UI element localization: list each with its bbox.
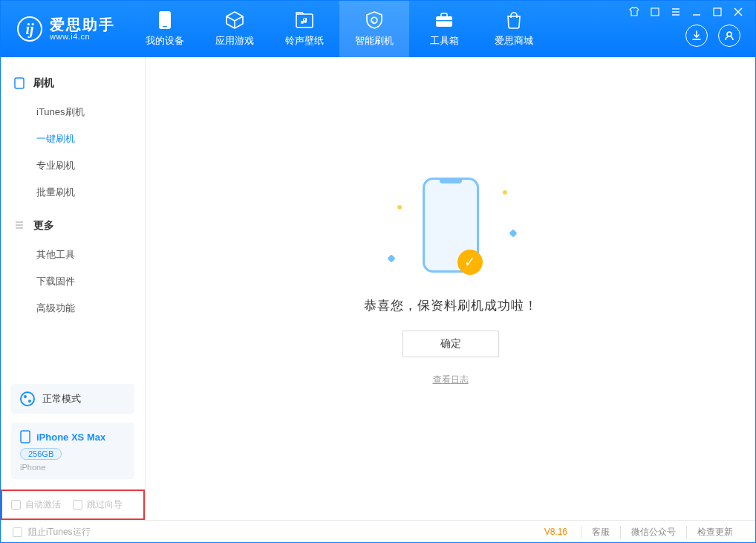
footer-link-update[interactable]: 检查更新 bbox=[686, 526, 743, 539]
download-button[interactable] bbox=[685, 25, 708, 47]
svg-rect-9 bbox=[15, 78, 24, 88]
tab-label: 爱思商城 bbox=[495, 34, 533, 48]
close-icon[interactable] bbox=[733, 7, 743, 17]
svg-rect-5 bbox=[436, 20, 452, 22]
flash-options-highlight: 自动激活 跳过向导 bbox=[1, 490, 145, 520]
tab-store[interactable]: 爱思商城 bbox=[479, 1, 549, 57]
app-name: 爱思助手 bbox=[50, 17, 115, 32]
tab-apps[interactable]: 应用游戏 bbox=[200, 1, 270, 57]
tab-label: 我的设备 bbox=[146, 34, 184, 48]
tab-label: 智能刷机 bbox=[355, 34, 394, 48]
sidebar-item-pro-flash[interactable]: 专业刷机 bbox=[1, 152, 145, 179]
connected-device[interactable]: iPhone XS Max 256GB iPhone bbox=[11, 423, 134, 479]
option-auto-activate[interactable]: 自动激活 bbox=[11, 498, 61, 511]
cube-icon bbox=[225, 10, 244, 30]
view-log-link[interactable]: 查看日志 bbox=[433, 374, 469, 386]
minimize-icon[interactable] bbox=[691, 7, 702, 17]
list-icon bbox=[14, 220, 26, 232]
status-bar: 阻止iTunes运行 V8.16 客服 微信公众号 检查更新 bbox=[1, 520, 755, 543]
app-header: ij 爱思助手 www.i4.cn 我的设备 应用游戏 铃声壁纸 智能刷机 工具… bbox=[1, 1, 755, 57]
svg-rect-6 bbox=[651, 8, 659, 16]
device-capacity: 256GB bbox=[20, 448, 62, 460]
option-label: 自动激活 bbox=[25, 498, 61, 511]
sidebar-item-itunes-flash[interactable]: iTunes刷机 bbox=[1, 99, 145, 126]
tab-toolbox[interactable]: 工具箱 bbox=[409, 1, 479, 57]
account-button[interactable] bbox=[718, 25, 740, 47]
refresh-shield-icon bbox=[365, 10, 384, 30]
menu-icon[interactable] bbox=[671, 7, 681, 17]
svg-rect-4 bbox=[441, 13, 447, 17]
app-url: www.i4.cn bbox=[50, 32, 115, 41]
sidebar: 刷机 iTunes刷机 一键刷机 专业刷机 批量刷机 更多 其他工具 下载固件 … bbox=[1, 57, 146, 520]
svg-rect-1 bbox=[163, 26, 167, 27]
footer-link-wechat[interactable]: 微信公众号 bbox=[620, 526, 686, 539]
option-skip-guide[interactable]: 跳过向导 bbox=[73, 498, 123, 511]
maximize-icon[interactable] bbox=[712, 7, 723, 17]
sidebar-item-download-firmware[interactable]: 下载固件 bbox=[1, 268, 145, 295]
svg-point-8 bbox=[727, 32, 731, 36]
success-illustration: ✓ bbox=[384, 169, 518, 281]
group-title: 更多 bbox=[33, 219, 54, 233]
toolbox-icon bbox=[434, 10, 454, 30]
music-folder-icon bbox=[295, 10, 314, 30]
option-label: 跳过向导 bbox=[87, 498, 123, 511]
mode-label: 正常模式 bbox=[42, 392, 81, 406]
tab-label: 工具箱 bbox=[430, 34, 459, 48]
device-name: iPhone XS Max bbox=[36, 432, 105, 443]
phone-icon bbox=[155, 10, 175, 30]
sidebar-group-more: 更多 bbox=[1, 213, 145, 238]
sidebar-item-batch-flash[interactable]: 批量刷机 bbox=[1, 179, 145, 206]
logo-icon: ij bbox=[17, 16, 42, 42]
mode-indicator[interactable]: 正常模式 bbox=[11, 384, 134, 414]
bag-icon bbox=[504, 10, 524, 30]
checkbox-icon bbox=[73, 500, 82, 510]
footer-link-support[interactable]: 客服 bbox=[581, 526, 620, 539]
block-itunes-label[interactable]: 阻止iTunes运行 bbox=[28, 526, 91, 539]
tab-flash[interactable]: 智能刷机 bbox=[339, 1, 409, 57]
version-label: V8.16 bbox=[544, 527, 567, 537]
svg-rect-7 bbox=[714, 8, 721, 16]
mode-icon bbox=[20, 391, 35, 406]
ok-button[interactable]: 确定 bbox=[403, 331, 499, 357]
window-controls bbox=[629, 1, 745, 17]
main-tabs: 我的设备 应用游戏 铃声壁纸 智能刷机 工具箱 爱思商城 bbox=[130, 1, 549, 57]
device-icon bbox=[14, 77, 26, 89]
device-type: iPhone bbox=[20, 463, 126, 472]
sidebar-item-other-tools[interactable]: 其他工具 bbox=[1, 241, 145, 268]
group-title: 刷机 bbox=[33, 77, 54, 90]
result-panel: ✓ 恭喜您，保资料刷机成功啦！ 确定 查看日志 bbox=[146, 57, 755, 520]
tshirt-icon[interactable] bbox=[629, 7, 639, 17]
tab-my-device[interactable]: 我的设备 bbox=[130, 1, 200, 57]
svg-rect-3 bbox=[436, 16, 452, 27]
phone-illustration-icon: ✓ bbox=[423, 178, 479, 273]
phone-small-icon bbox=[20, 430, 30, 443]
sidebar-item-advanced[interactable]: 高级功能 bbox=[1, 295, 145, 322]
app-logo: ij 爱思助手 www.i4.cn bbox=[1, 1, 130, 57]
success-message: 恭喜您，保资料刷机成功啦！ bbox=[364, 297, 538, 314]
checkbox-icon[interactable] bbox=[13, 527, 22, 537]
sidebar-group-flash: 刷机 bbox=[1, 71, 145, 96]
checkbox-icon bbox=[11, 500, 21, 510]
box-icon[interactable] bbox=[650, 7, 660, 17]
tab-ringtones[interactable]: 铃声壁纸 bbox=[270, 1, 339, 57]
sidebar-item-oneclick-flash[interactable]: 一键刷机 bbox=[1, 126, 145, 152]
svg-rect-10 bbox=[21, 431, 30, 443]
tab-label: 应用游戏 bbox=[215, 34, 254, 48]
checkmark-badge-icon: ✓ bbox=[457, 250, 483, 275]
tab-label: 铃声壁纸 bbox=[285, 34, 324, 48]
